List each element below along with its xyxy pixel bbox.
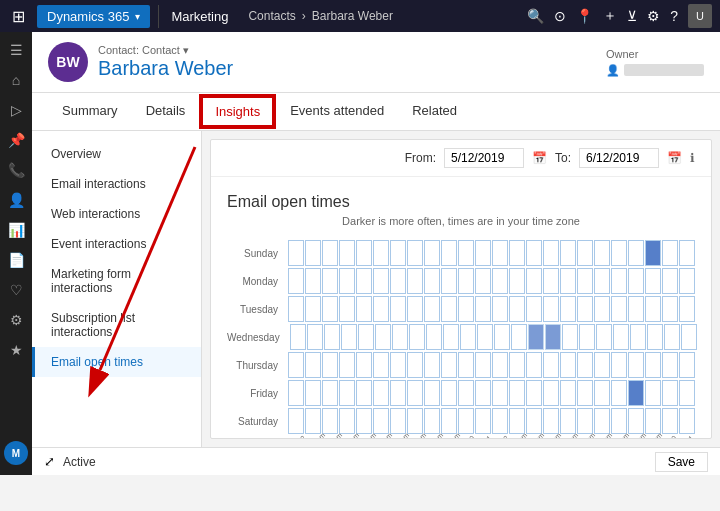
contact-header: BW Contact: Contact ▾ Barbara Weber Owne… [32, 32, 720, 93]
sidebar-phone-icon[interactable]: 📞 [2, 156, 30, 184]
heatmap-cell [662, 268, 678, 294]
heatmap-cell [373, 240, 389, 266]
heatmap-cells-saturday [288, 408, 695, 434]
heatmap-cell [509, 408, 525, 434]
sidebar-recent-icon[interactable]: ▷ [2, 96, 30, 124]
heatmap-cell [679, 268, 695, 294]
heatmap-cell [628, 268, 644, 294]
sidebar-star-icon[interactable]: ★ [2, 336, 30, 364]
heatmap-cell [424, 296, 440, 322]
sidebar-settings2-icon[interactable]: ⚙ [2, 306, 30, 334]
tab-details[interactable]: Details [132, 93, 200, 130]
add-icon[interactable]: ＋ [603, 7, 617, 25]
settings-icon[interactable]: ⚙ [647, 8, 660, 24]
breadcrumb-contacts[interactable]: Contacts [248, 9, 295, 23]
insights-content: From: 📅 To: 📅 ℹ Email open times Darker … [210, 139, 712, 439]
heatmap-cell [662, 240, 678, 266]
heatmap-label-tuesday: Tuesday [227, 304, 284, 315]
sidebar-menu-icon[interactable]: ☰ [2, 36, 30, 64]
nav-event-interactions[interactable]: Event interactions [32, 229, 201, 259]
heatmap-cell [460, 324, 476, 350]
heatmap-cell [594, 296, 610, 322]
heatmap-cell [475, 352, 491, 378]
nav-subscription-list[interactable]: Subscription list interactions [32, 303, 201, 347]
heatmap-cell [426, 324, 442, 350]
tab-summary[interactable]: Summary [48, 93, 132, 130]
nav-overview[interactable]: Overview [32, 139, 201, 169]
filter-icon[interactable]: ⊻ [627, 8, 637, 24]
tab-related[interactable]: Related [398, 93, 471, 130]
heatmap-cell [305, 268, 321, 294]
heatmap-cell [290, 324, 306, 350]
chart-subtitle: Darker is more often, times are in your … [227, 215, 695, 227]
heatmap-cell [407, 408, 423, 434]
nav-web-interactions[interactable]: Web interactions [32, 199, 201, 229]
heatmap-cell [560, 296, 576, 322]
main-layout: ☰ ⌂ ▷ 📌 📞 👤 📊 📄 ♡ ⚙ ★ M BW Contact: Cont… [0, 32, 720, 475]
heatmap-cell [407, 380, 423, 406]
help-icon[interactable]: ? [670, 8, 678, 24]
contact-dropdown-icon[interactable]: ▾ [183, 44, 189, 56]
pin-icon[interactable]: 📍 [576, 8, 593, 24]
heatmap-cell [324, 324, 340, 350]
heatmap-cell [594, 380, 610, 406]
user-avatar[interactable]: U [688, 4, 712, 28]
heatmap-cell [407, 296, 423, 322]
heatmap-cell [409, 324, 425, 350]
to-date-input[interactable] [579, 148, 659, 168]
heatmap-cell [645, 240, 661, 266]
heatmap-row-wednesday: Wednesday [227, 323, 695, 351]
brand-chevron-icon: ▾ [135, 11, 140, 22]
to-calendar-icon[interactable]: 📅 [667, 151, 682, 165]
sidebar-docs-icon[interactable]: 📄 [2, 246, 30, 274]
search-icon[interactable]: 🔍 [527, 8, 544, 24]
nav-email-interactions[interactable]: Email interactions [32, 169, 201, 199]
app-brand[interactable]: Dynamics 365 ▾ [37, 5, 150, 28]
heatmap-cells-monday [288, 268, 695, 294]
heatmap-cell [475, 296, 491, 322]
sidebar-pin-icon[interactable]: 📌 [2, 126, 30, 154]
info-icon[interactable]: ℹ [690, 151, 695, 165]
heatmap-cell [475, 268, 491, 294]
module-label[interactable]: Marketing [158, 5, 240, 28]
heatmap-cell [305, 296, 321, 322]
from-calendar-icon[interactable]: 📅 [532, 151, 547, 165]
heatmap-cell [375, 324, 391, 350]
heatmap-cell [407, 268, 423, 294]
heatmap-cell [458, 268, 474, 294]
heatmap-cell [628, 408, 644, 434]
heatmap-cell [611, 352, 627, 378]
heatmap-cell [662, 408, 678, 434]
save-button[interactable]: Save [655, 452, 708, 472]
heatmap-cell [288, 352, 304, 378]
heatmap-cell [611, 240, 627, 266]
sidebar-heart-icon[interactable]: ♡ [2, 276, 30, 304]
heatmap-cell [424, 268, 440, 294]
sidebar-contact-icon[interactable]: 👤 [2, 186, 30, 214]
heatmap-cell [458, 296, 474, 322]
nav-marketing-form[interactable]: Marketing form interactions [32, 259, 201, 303]
heatmap-cell [526, 352, 542, 378]
tab-events-attended[interactable]: Events attended [276, 93, 398, 130]
heatmap-cell [339, 352, 355, 378]
sidebar-chart-icon[interactable]: 📊 [2, 216, 30, 244]
tab-insights[interactable]: Insights [199, 94, 276, 129]
heatmap-cells-wednesday [290, 324, 697, 350]
heatmap-cell [339, 268, 355, 294]
heatmap-cell [647, 324, 663, 350]
nav-email-open-times[interactable]: Email open times [32, 347, 201, 377]
sidebar-home-icon[interactable]: ⌂ [2, 66, 30, 94]
heatmap-cell [509, 380, 525, 406]
heatmap-cell [492, 296, 508, 322]
recent-icon[interactable]: ⊙ [554, 8, 566, 24]
heatmap-cell [560, 408, 576, 434]
expand-icon[interactable]: ⤢ [44, 454, 55, 469]
heatmap-cell [441, 296, 457, 322]
heatmap-cell [322, 296, 338, 322]
app-grid-icon[interactable]: ⊞ [8, 3, 29, 30]
heatmap-cell [560, 352, 576, 378]
sidebar-user-avatar[interactable]: M [4, 441, 28, 465]
from-date-input[interactable] [444, 148, 524, 168]
heatmap-cell [594, 408, 610, 434]
tabs-bar: Summary Details Insights Events attended… [32, 93, 720, 131]
